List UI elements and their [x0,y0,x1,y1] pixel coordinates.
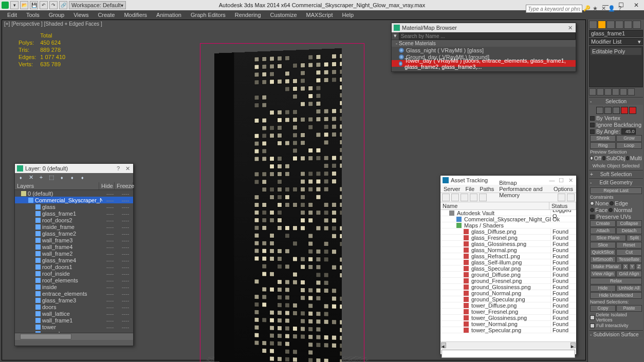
asset-row[interactable]: tower_Diffuse.pngFound [440,302,576,309]
by-vertex-check[interactable] [590,116,595,121]
layer-row[interactable]: wall_frame4-------- [15,243,133,250]
menu-rendering[interactable]: Rendering [235,12,261,18]
layer-row[interactable]: roof_inside-------- [15,270,133,277]
asset-row[interactable]: glass_Refract1.pngFound [440,253,576,259]
material-item[interactable]: Tower_day ( VRayMtl ) [doors, entrace_el… [392,60,576,67]
slice-button[interactable]: Slice [590,242,616,249]
menu-graph editors[interactable]: Graph Editors [191,12,226,18]
layer-row[interactable]: inside_frame-------- [15,223,133,230]
reset-plane-button[interactable]: Reset Plane [616,242,642,249]
grow-button[interactable]: Grow [616,135,642,142]
asset-row[interactable]: Maps / Shaders [440,222,576,228]
modifier-list-dropdown[interactable]: Modifier List▾ [589,38,643,45]
asset-row[interactable]: glass_Normal.pngFound [440,247,576,253]
asset-path-input[interactable] [441,350,575,358]
motion-tab[interactable] [615,21,623,29]
link-icon[interactable]: 🔗 [59,1,67,9]
layer-row[interactable]: inside-------- [15,283,133,290]
command-tabs[interactable] [589,21,643,29]
asset-menu-item[interactable]: Server [444,186,460,192]
asset-row[interactable]: glass_Diffuse.pngFound [440,228,576,235]
preview-subobj-radio[interactable] [602,156,605,160]
add-to-layer-icon[interactable]: + [38,174,45,181]
preview-off-radio[interactable] [590,156,593,160]
constraint-edge-radio[interactable] [610,201,614,205]
highlight-icon[interactable]: ⬧ [58,174,65,181]
asset-menu-item[interactable]: Bitmap Performance and Memory [499,180,548,198]
material-options-icon[interactable]: ▾ [392,32,399,40]
layer-row[interactable]: roof_elements-------- [15,277,133,283]
workspace-dropdown[interactable]: Workspace: Default ▾ [69,1,126,9]
subdivision-rollout[interactable]: Subdivision Surface [589,331,643,338]
asset-row[interactable]: glass_Self-illum.pngFound [440,259,576,265]
layer-panel[interactable]: Layer: 0 (default)?✕ ⬧ ✕ + ⬚ ⬧ ⬧ ⬧ Layer… [14,163,134,346]
delete-isolated-check[interactable] [590,315,595,320]
new-icon[interactable]: ▾ [10,1,19,9]
delete-layer-icon[interactable]: ✕ [27,174,34,181]
relax-button[interactable]: Relax [590,278,642,284]
view-align-button[interactable]: View Align [590,271,616,277]
modifier-stack[interactable]: Editable Poly [589,46,643,87]
stack-item[interactable]: Editable Poly [591,48,641,55]
selection-rollout[interactable]: Selection [589,98,643,105]
loop-button[interactable]: Loop [616,142,642,149]
object-name-field[interactable]: glass_frame1 [589,30,643,37]
layer-scrollbar[interactable] [15,333,133,340]
menu-customize[interactable]: Customize [270,12,297,18]
asset-row[interactable]: Commercial_Skyscraper_Night_Glow_max_vra… [440,216,576,222]
tessellate-button[interactable]: Tessellate [616,256,642,263]
minimize-button[interactable]: — [598,0,613,10]
layer-row[interactable]: glass_frame3-------- [15,297,133,303]
msmooth-button[interactable]: MSmooth [590,256,616,263]
layer-row[interactable]: entrace_elements-------- [15,290,133,297]
modify-tab[interactable] [598,21,606,29]
grid-align-button[interactable]: Grid Align [616,271,642,277]
new-layer-icon[interactable]: ⬧ [17,174,24,181]
by-angle-check[interactable] [590,129,595,134]
asset-row[interactable]: glass_Glossiness.pngFound [440,241,576,247]
asset-row[interactable]: ground_Specular.pngFound [440,296,576,302]
full-interactivity-check[interactable] [590,323,595,328]
preview-multi-radio[interactable] [626,156,629,160]
detach-button[interactable]: Detach [616,227,642,234]
open-icon[interactable]: 📂 [20,1,28,9]
asset-minimize-button[interactable]: — [548,177,556,183]
display-tab[interactable] [624,21,632,29]
asset-row[interactable]: glass_Fresnel.pngFound [440,235,576,241]
layer-row[interactable]: 0 (default)-------- [15,190,133,197]
asset-row[interactable]: ground_Normal.pngFound [440,290,576,296]
asset-row[interactable]: tower_Glossiness.pngFound [440,315,576,321]
utilities-tab[interactable] [633,21,641,29]
edit-geometry-rollout[interactable]: Edit Geometry [589,179,643,186]
refresh-icon[interactable] [442,194,450,201]
layer-row[interactable]: tower-------- [15,323,133,330]
save-icon[interactable]: 💾 [30,1,38,9]
paste-button[interactable]: Paste [616,305,642,312]
layer-close-button[interactable]: ✕ [124,165,131,172]
viewport-label[interactable]: [+] [Perspective ] [Shaded + Edged Faces… [4,21,102,27]
menu-edit[interactable]: Edit [7,12,17,18]
layer-row[interactable]: wall_frame1-------- [15,317,133,323]
scene-materials-section[interactable]: - Scene Materials [392,40,576,47]
menu-group[interactable]: Group [49,12,65,18]
layer-row[interactable]: glass_frame1-------- [15,210,133,217]
attach-button[interactable]: Attach [590,227,616,234]
layer-row[interactable]: wall_frame3-------- [15,237,133,243]
ignore-backfacing-check[interactable] [590,123,595,127]
asset-menu-item[interactable]: Paths [480,186,494,192]
app-icon[interactable] [2,2,9,9]
unhide-all-button[interactable]: Unhide All [616,285,642,292]
layer-list[interactable]: 0 (default)--------Commercial_Skyscraper… [15,190,133,333]
preserve-uvs-check[interactable] [590,215,595,219]
hide-layer-icon[interactable]: ⬧ [68,174,76,181]
ring-button[interactable]: Ring [590,142,616,149]
asset-close-button[interactable]: ✕ [567,177,574,184]
create-tab[interactable] [589,21,597,29]
menu-views[interactable]: Views [73,12,88,18]
quickslice-button[interactable]: QuickSlice [590,249,616,256]
show-icon[interactable] [597,88,604,96]
select-layer-icon[interactable]: ⬚ [48,174,55,181]
hide-unselected-button[interactable]: Hide Unselected [590,292,642,299]
layer-row[interactable]: glass-------- [15,203,133,210]
subobject-buttons[interactable] [590,107,642,114]
